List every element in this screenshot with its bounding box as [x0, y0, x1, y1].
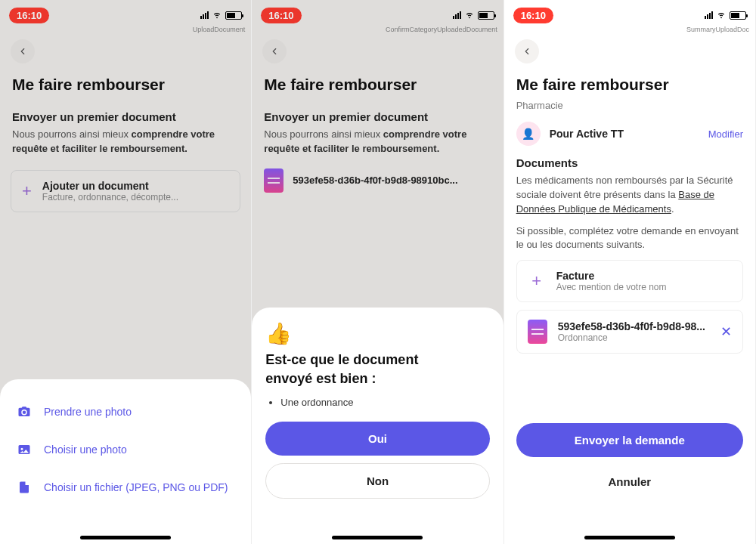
section-description: Nous pourrons ainsi mieux comprendre vot…: [264, 128, 491, 156]
signal-icon: [705, 11, 713, 19]
modify-link[interactable]: Modifier: [708, 128, 743, 140]
option-choose-file[interactable]: Choisir un fichier (JPEG, PNG ou PDF): [14, 468, 237, 506]
battery-icon: [730, 11, 746, 20]
info-text-1: Les médicaments non remboursés par la Sé…: [516, 174, 743, 217]
info-text-2: Si possible, complétez votre demande en …: [516, 224, 743, 253]
add-document-card[interactable]: + Ajouter un document Facture, ordonnanc…: [11, 170, 240, 212]
screen-confirm-category: 16:10 ConfirmCategoryUploadedDocument Me…: [252, 0, 503, 544]
home-indicator: [584, 536, 675, 539]
uploaded-file-row[interactable]: 593efe58-d36b-4f0f-b9d8-98910bc...: [264, 168, 491, 193]
submit-button[interactable]: Envoyer la demande: [516, 423, 743, 457]
battery-icon: [478, 11, 494, 20]
wifi-icon: [212, 9, 222, 22]
status-bar: 16:10: [0, 0, 251, 27]
camera-icon: [17, 405, 32, 419]
no-button[interactable]: Non: [265, 463, 489, 499]
page-title: Me faire rembourser: [264, 76, 491, 94]
confirm-bullet: Une ordonnance: [280, 397, 489, 408]
confirm-question: Est-ce que le document envoyé est bien :: [265, 351, 489, 388]
yes-button[interactable]: Oui: [265, 422, 489, 456]
uploaded-file-name: 593efe58-d36b-4f0f-b9d8-98...: [558, 320, 710, 332]
documents-title: Documents: [516, 156, 743, 169]
wifi-icon: [716, 9, 727, 22]
status-icons: [705, 9, 746, 22]
facture-title: Facture: [556, 270, 667, 282]
image-icon: [17, 443, 32, 456]
add-facture-card[interactable]: + Facture Avec mention de votre nom: [516, 260, 743, 302]
wifi-icon: [464, 9, 475, 22]
beneficiary-row: 👤 Pour Active TT Modifier: [516, 122, 743, 146]
option-label: Choisir un fichier (JPEG, PNG ou PDF): [44, 481, 228, 493]
desc-pre: Nous pourrons ainsi mieux: [264, 128, 383, 140]
bottom-actions: Envoyer la demande Annuler: [504, 413, 755, 544]
q-line2: envoyé est bien :: [265, 371, 376, 386]
confirm-bullet-list: Une ordonnance: [280, 397, 489, 408]
facture-sub: Avec mention de votre nom: [556, 282, 667, 292]
screen-summary-upload: 16:10 SummaryUploadDoc Me faire rembours…: [504, 0, 756, 544]
section-description: Nous pourrons ainsi mieux comprendre vot…: [12, 128, 239, 156]
section-title: Envoyer un premier document: [264, 110, 491, 123]
file-icon: [17, 481, 32, 494]
home-indicator: [332, 536, 423, 539]
option-take-photo[interactable]: Prendre une photo: [14, 393, 237, 431]
file-name: 593efe58-d36b-4f0f-b9d8-98910bc...: [293, 175, 457, 186]
page-title: Me faire rembourser: [12, 76, 239, 94]
section-title: Envoyer un premier document: [12, 110, 239, 123]
document-icon: [528, 320, 547, 344]
back-button[interactable]: [515, 39, 539, 63]
plus-icon: +: [22, 181, 32, 201]
status-icons: [200, 9, 242, 22]
status-bar: 16:10: [504, 0, 755, 27]
document-icon: [264, 168, 284, 193]
status-time: 16:10: [9, 8, 49, 23]
status-time: 16:10: [513, 8, 553, 23]
avatar-icon: 👤: [516, 122, 541, 146]
option-label: Prendre une photo: [44, 406, 132, 418]
option-choose-photo[interactable]: Choisir une photo: [14, 431, 237, 468]
thumbs-up-icon: 👍: [265, 321, 489, 346]
uploaded-doc-card: 593efe58-d36b-4f0f-b9d8-98... Ordonnance…: [516, 310, 743, 354]
status-bar: 16:10: [252, 0, 503, 27]
screen-upload-document: 16:10 UploadDocument Me faire rembourser…: [0, 0, 252, 544]
uploaded-file-type: Ordonnance: [558, 332, 710, 343]
home-indicator: [80, 536, 171, 539]
add-doc-sub: Facture, ordonnance, décompte...: [42, 192, 178, 202]
screen-label: ConfirmCategoryUploadedDocument: [252, 26, 503, 33]
beneficiary-name: Pour Active TT: [550, 128, 699, 140]
plus-icon: +: [528, 271, 546, 291]
screen-label: SummaryUploadDoc: [504, 26, 755, 33]
battery-icon: [225, 11, 242, 20]
screen-label: UploadDocument: [0, 26, 251, 33]
back-button[interactable]: [262, 39, 287, 63]
add-doc-title: Ajouter un document: [42, 180, 178, 192]
signal-icon: [200, 11, 209, 19]
status-icons: [453, 9, 494, 22]
option-label: Choisir une photo: [44, 444, 127, 456]
page-title: Me faire rembourser: [516, 76, 743, 94]
confirm-sheet: 👍 Est-ce que le document envoyé est bien…: [252, 308, 503, 544]
upload-source-sheet: Prendre une photo Choisir une photo Choi…: [0, 379, 251, 544]
category-label: Pharmacie: [516, 100, 743, 111]
q-line1: Est-ce que le document: [265, 352, 418, 367]
cancel-button[interactable]: Annuler: [516, 465, 743, 499]
remove-doc-button[interactable]: ✕: [720, 323, 732, 340]
status-time: 16:10: [261, 8, 301, 23]
desc-pre: Nous pourrons ainsi mieux: [12, 128, 132, 140]
back-button[interactable]: [11, 39, 35, 63]
signal-icon: [453, 11, 461, 19]
